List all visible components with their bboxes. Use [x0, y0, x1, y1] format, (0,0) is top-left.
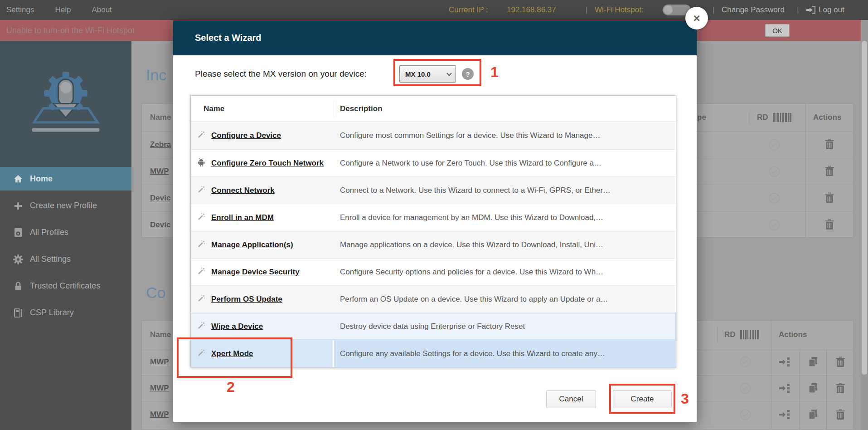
- logout-icon: [806, 0, 816, 20]
- mx-version-select[interactable]: MX 10.0: [399, 65, 456, 83]
- logout-link[interactable]: Log out: [819, 0, 844, 20]
- wizard-row-enroll-in-an-mdm[interactable]: Enroll in an MDM Enroll a device for man…: [191, 204, 676, 231]
- rd-status-icon: [768, 219, 780, 231]
- wizard-link[interactable]: Perform OS Update: [211, 295, 282, 304]
- wizard-link[interactable]: Configure a Device: [211, 131, 281, 140]
- wizard-row-configure-a-device[interactable]: Configure a Device Configure most common…: [191, 122, 676, 149]
- wizard-row-manage-device-security[interactable]: Manage Device Security Configure Securit…: [191, 258, 676, 285]
- delete-icon[interactable]: [824, 166, 834, 176]
- delete-icon[interactable]: [824, 139, 834, 150]
- wizard-row-manage-applications[interactable]: Manage Application(s) Manage application…: [191, 231, 676, 258]
- deploy-icon[interactable]: [779, 409, 791, 420]
- wifi-hotspot-label: Wi-Fi Hotspot:: [595, 0, 644, 20]
- deploy-icon[interactable]: [779, 357, 791, 367]
- deploy-icon[interactable]: [779, 383, 791, 394]
- dialog-title: Select a Wizard: [195, 20, 262, 55]
- copy-icon[interactable]: [808, 357, 818, 367]
- profile-row-link[interactable]: MWP: [150, 349, 169, 375]
- wand-icon: [197, 130, 206, 141]
- sidebar-item-create-new-profile[interactable]: Create new Profile: [0, 192, 131, 219]
- change-password-link[interactable]: Change Password: [722, 0, 785, 20]
- rd-status-icon: [768, 192, 780, 204]
- delete-icon[interactable]: [824, 192, 834, 203]
- delete-icon[interactable]: [835, 383, 845, 394]
- error-banner-message: Unable to turn-on the Wi-Fi Hotspot: [6, 20, 135, 41]
- stagenow-logo: [0, 41, 131, 167]
- help-icon[interactable]: ?: [462, 68, 474, 80]
- wizard-description: Connect to a Network. Use this Wizard to…: [334, 177, 676, 204]
- wand-icon: [197, 321, 206, 332]
- dialog-header: Select a Wizard: [173, 20, 697, 55]
- sidebar-item-all-profiles[interactable]: All Profiles: [0, 219, 131, 246]
- banner-ok-button[interactable]: OK: [765, 24, 790, 37]
- profiles-icon: [13, 228, 24, 238]
- sidebar-item-trusted-certificates[interactable]: Trusted Certificates: [0, 273, 131, 299]
- wand-icon: [197, 294, 206, 305]
- delete-icon[interactable]: [835, 409, 845, 420]
- wizard-table-header: Name Description: [191, 96, 676, 122]
- wizard-row-perform-os-update[interactable]: Perform OS Update Perform an OS Update o…: [191, 285, 676, 313]
- profile-row-link[interactable]: Devic: [150, 185, 170, 211]
- column-header-rd: RD: [724, 321, 736, 349]
- sidebar-item-label: All Profiles: [30, 228, 68, 237]
- wizard-row-configure-zero-touch-network[interactable]: Configure Zero Touch Network Configure a…: [191, 149, 676, 176]
- plus-icon: [13, 201, 24, 210]
- create-button[interactable]: Create: [613, 390, 672, 408]
- complete-profiles-heading: Co: [146, 284, 165, 302]
- wizard-row-xpert-mode[interactable]: Xpert Mode Configure any available Setti…: [191, 340, 676, 367]
- column-header-name: Name: [150, 104, 171, 131]
- annotation-number-3: 3: [681, 391, 689, 407]
- divider: [805, 104, 805, 238]
- rd-status-icon: [739, 409, 751, 420]
- wizard-link[interactable]: Configure Zero Touch Network: [211, 159, 324, 168]
- wizard-link[interactable]: Manage Application(s): [211, 240, 293, 249]
- delete-icon[interactable]: [824, 219, 834, 230]
- scrollbar-thumb[interactable]: [862, 41, 867, 375]
- vertical-scrollbar[interactable]: [861, 20, 868, 430]
- wizard-link[interactable]: Enroll in an MDM: [211, 213, 274, 222]
- sidebar-item-csp-library[interactable]: CSP Library: [0, 299, 131, 326]
- sidebar-item-label: All Settings: [30, 254, 71, 264]
- wand-icon: [197, 348, 206, 359]
- profile-row-link[interactable]: MWP: [150, 375, 169, 401]
- profile-row-link[interactable]: Devic: [150, 211, 170, 238]
- column-header-actions: Actions: [779, 321, 807, 349]
- current-ip-value: 192.168.86.37: [507, 0, 556, 20]
- wizard-row-wipe-a-device[interactable]: Wipe a Device Destroy device data using …: [191, 313, 676, 340]
- menu-help[interactable]: Help: [55, 5, 71, 15]
- sidebar-item-home[interactable]: Home: [0, 167, 131, 191]
- profile-row-link[interactable]: MWP: [150, 158, 169, 185]
- copy-icon[interactable]: [808, 383, 818, 394]
- divider: [142, 428, 853, 428]
- wand-icon: [197, 185, 206, 196]
- wizard-link[interactable]: Wipe a Device: [211, 322, 263, 331]
- select-wizard-dialog: Select a Wizard Please select the MX ver…: [173, 20, 697, 422]
- wizard-description: Configure any available Settings for a d…: [334, 340, 676, 367]
- delete-icon[interactable]: [835, 357, 845, 367]
- close-icon[interactable]: ×: [685, 7, 708, 29]
- menu-about[interactable]: About: [92, 5, 112, 15]
- separator: |: [797, 0, 799, 20]
- sidebar-nav: Home Create new Profile All Profiles: [0, 41, 131, 430]
- wizard-link[interactable]: Manage Device Security: [211, 268, 300, 277]
- wizard-link[interactable]: Xpert Mode: [211, 349, 253, 358]
- separator: |: [586, 0, 587, 20]
- wand-icon: [197, 267, 206, 278]
- wizard-link[interactable]: Connect Network: [211, 186, 275, 195]
- mx-version-value: MX 10.0: [405, 70, 431, 78]
- divider: [826, 349, 827, 430]
- cancel-button[interactable]: Cancel: [546, 390, 596, 408]
- home-icon: [13, 174, 24, 183]
- wizard-description: Manage applications on a device. Use thi…: [334, 231, 676, 258]
- wizard-row-connect-network[interactable]: Connect Network Connect to a Network. Us…: [191, 176, 676, 204]
- profile-row-link[interactable]: MWP: [150, 401, 169, 428]
- divider: [800, 349, 800, 430]
- lock-icon: [13, 281, 24, 291]
- menu-settings[interactable]: Settings: [6, 5, 34, 15]
- copy-icon[interactable]: [808, 409, 818, 420]
- profile-row-link[interactable]: Zebra: [150, 131, 171, 158]
- annotation-number-1: 1: [490, 64, 499, 81]
- barcode-icon: [740, 330, 761, 339]
- sidebar-item-all-settings[interactable]: All Settings: [0, 246, 131, 273]
- android-icon: [197, 157, 206, 169]
